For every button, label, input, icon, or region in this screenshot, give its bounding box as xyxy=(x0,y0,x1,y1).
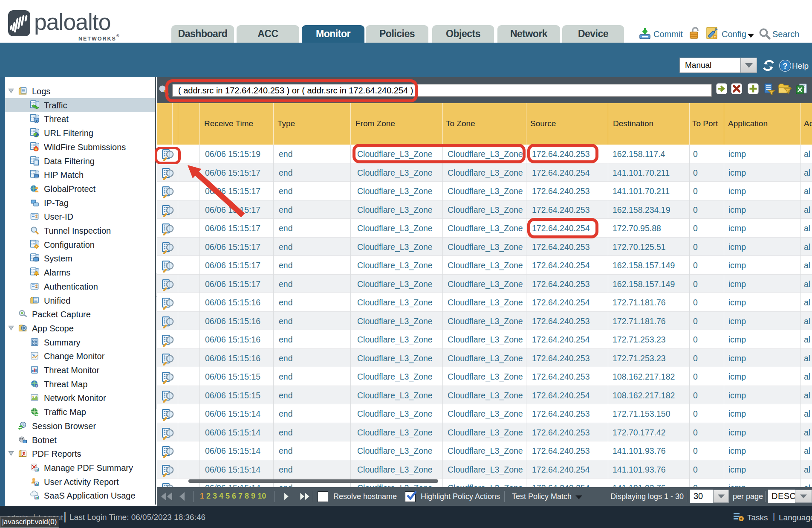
svg-text:x: x xyxy=(35,119,38,123)
